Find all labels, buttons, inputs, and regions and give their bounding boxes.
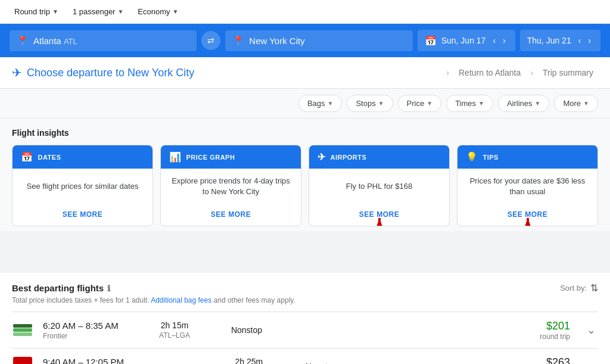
dates-see-more-button[interactable]: SEE MORE xyxy=(63,210,102,219)
price-graph-card-header: 📊 PRICE GRAPH xyxy=(161,145,301,169)
flight-price-amount-1: $201 xyxy=(292,320,570,332)
expand-button-2[interactable]: ⌄ xyxy=(584,357,598,364)
flights-section: Best departing flights ℹ Sort by: ⇅ Tota… xyxy=(0,273,610,364)
airports-card-body: Fly to PHL for $168 xyxy=(309,169,449,204)
price-chevron: ▼ xyxy=(427,100,432,107)
origin-field[interactable]: 📍 Atlanta ATL xyxy=(10,30,197,51)
airports-card-footer: SEE MORE xyxy=(309,204,449,226)
airports-see-more-button[interactable]: SEE MORE xyxy=(359,210,399,219)
airlines-filter[interactable]: Airlines ▼ xyxy=(498,95,550,112)
trip-type-label: Round trip xyxy=(14,7,50,16)
flight-row[interactable]: 9:40 AM – 12:05 PM American · Operated b… xyxy=(12,348,598,364)
breadcrumb-summary[interactable]: Trip summary xyxy=(538,66,598,80)
flight-duration-time-1: 2h 15m xyxy=(148,321,201,330)
price-graph-see-more-button[interactable]: SEE MORE xyxy=(211,210,251,219)
more-label: More xyxy=(563,99,581,108)
sort-by-area: Sort by: ⇅ xyxy=(560,282,598,294)
origin-value: Atlanta ATL xyxy=(33,36,77,46)
airlines-chevron: ▼ xyxy=(535,100,541,107)
dates-insight-card: 📅 DATES See flight prices for similar da… xyxy=(12,145,153,226)
price-graph-card-body: Explore price trends for 4-day trips to … xyxy=(161,169,301,204)
airports-card-text: Fly to PHL for $168 xyxy=(346,181,413,192)
cabin-label: Economy xyxy=(138,7,170,16)
frontier-stripe-mid xyxy=(13,328,32,332)
trip-type-chevron: ▼ xyxy=(52,8,58,15)
bags-filter[interactable]: Bags ▼ xyxy=(298,95,343,112)
price-label: Price xyxy=(407,99,425,108)
dates-card-header: 📅 DATES xyxy=(13,145,152,169)
times-filter[interactable]: Times ▼ xyxy=(446,95,493,112)
tips-see-more-button[interactable]: SEE MORE xyxy=(508,210,547,219)
flight-price-label-1: round trip xyxy=(292,332,570,341)
depart-prev-button[interactable]: ‹ xyxy=(490,35,498,46)
swap-button[interactable]: ⇄ xyxy=(201,31,220,50)
location-icon: 📍 xyxy=(17,35,29,46)
flight-duration-1: 2h 15m ATL–LGA xyxy=(148,321,201,340)
cabin-button[interactable]: Economy ▼ xyxy=(133,5,183,18)
tips-card-footer: SEE MORE xyxy=(458,204,597,226)
return-next-button[interactable]: › xyxy=(586,35,593,46)
airports-card-label: AIRPORTS xyxy=(331,154,367,161)
bag-fees-link[interactable]: Additional bag fees xyxy=(151,296,211,304)
stops-filter[interactable]: Stops ▼ xyxy=(347,95,393,112)
times-label: Times xyxy=(455,99,476,108)
flight-time-range-1: 6:20 AM – 8:35 AM xyxy=(43,321,138,331)
return-date-field[interactable]: Thu, Jun 21 ‹ › xyxy=(520,30,600,51)
depart-date-value: Sun, Jun 17 xyxy=(441,36,486,45)
flight-row[interactable]: 6:20 AM – 8:35 AM Frontier 2h 15m ATL–LG… xyxy=(12,312,598,348)
flights-title-text: Best departing flights xyxy=(12,283,104,293)
aa-stripe-red xyxy=(13,357,32,364)
breadcrumb-return[interactable]: Return to Atlanta xyxy=(454,66,525,80)
flight-airline-1: Frontier xyxy=(43,332,138,340)
destination-field[interactable]: 📍 New York City xyxy=(225,30,412,51)
flight-duration-time-2: 2h 25m xyxy=(222,357,276,364)
flight-time-2: 9:40 AM – 12:05 PM American · Operated b… xyxy=(43,357,213,364)
insights-wrapper: Flight insights 📅 DATES See flight price… xyxy=(0,119,610,231)
bags-chevron: ▼ xyxy=(328,100,334,107)
price-graph-card-label: PRICE GRAPH xyxy=(186,154,235,161)
trip-type-button[interactable]: Round trip ▼ xyxy=(10,5,63,18)
dates-card-label: DATES xyxy=(38,154,61,161)
choose-heading: Choose departure to New York City xyxy=(27,67,441,79)
return-prev-button[interactable]: ‹ xyxy=(576,35,584,46)
flights-subtitle: Total price includes taxes + fees for 1 … xyxy=(12,296,598,304)
airports-insight-card: ✈ AIRPORTS Fly to PHL for $168 SEE MORE xyxy=(309,145,450,226)
flight-time-range-2: 9:40 AM – 12:05 PM xyxy=(43,357,213,364)
departure-plane-icon: ✈ xyxy=(12,66,22,80)
price-graph-icon: 📊 xyxy=(169,151,182,163)
more-filter[interactable]: More ▼ xyxy=(554,95,598,112)
insights-cards: 📅 DATES See flight prices for similar da… xyxy=(12,145,598,226)
search-bar: 📍 Atlanta ATL ⇄ 📍 New York City 📅 Sun, J… xyxy=(0,24,610,57)
tips-icon: 💡 xyxy=(466,151,478,163)
insights-title: Flight insights xyxy=(12,128,598,138)
price-filter[interactable]: Price ▼ xyxy=(398,95,442,112)
stops-chevron: ▼ xyxy=(378,100,384,107)
passengers-chevron: ▼ xyxy=(117,8,123,15)
destination-icon: 📍 xyxy=(232,35,244,46)
times-chevron: ▼ xyxy=(478,100,484,107)
dates-card-text: See flight prices for similar dates xyxy=(27,181,139,192)
dates-icon: 📅 xyxy=(21,151,33,163)
passengers-button[interactable]: 1 passenger ▼ xyxy=(68,5,128,18)
american-logo xyxy=(12,356,33,364)
tips-insight-card: 💡 TIPS Prices for your dates are $36 les… xyxy=(457,145,598,226)
flight-route-1: ATL–LGA xyxy=(148,331,201,340)
passengers-label: 1 passenger xyxy=(73,7,116,16)
airlines-label: Airlines xyxy=(507,99,533,108)
flight-time-1: 6:20 AM – 8:35 AM Frontier xyxy=(43,321,138,340)
airports-card-header: ✈ AIRPORTS xyxy=(309,145,449,169)
frontier-stripe-top xyxy=(13,324,32,328)
expand-button-1[interactable]: ⌄ xyxy=(584,321,598,339)
info-icon[interactable]: ℹ xyxy=(107,284,110,293)
calendar-icon: 📅 xyxy=(425,35,437,46)
depart-next-button[interactable]: › xyxy=(500,35,508,46)
cabin-chevron: ▼ xyxy=(173,8,179,15)
flight-price-1: $201 round trip xyxy=(292,320,570,341)
sort-icon[interactable]: ⇅ xyxy=(590,282,598,294)
flight-price-2: $263 round trip xyxy=(366,356,570,364)
filter-bar: Bags ▼ Stops ▼ Price ▼ Times ▼ Airlines … xyxy=(0,89,610,119)
airports-icon: ✈ xyxy=(318,151,326,163)
top-bar: Round trip ▼ 1 passenger ▼ Economy ▼ xyxy=(0,0,610,24)
depart-date-field[interactable]: 📅 Sun, Jun 17 ‹ › xyxy=(418,30,515,51)
choose-bar: ✈ Choose departure to New York City › Re… xyxy=(0,57,610,89)
